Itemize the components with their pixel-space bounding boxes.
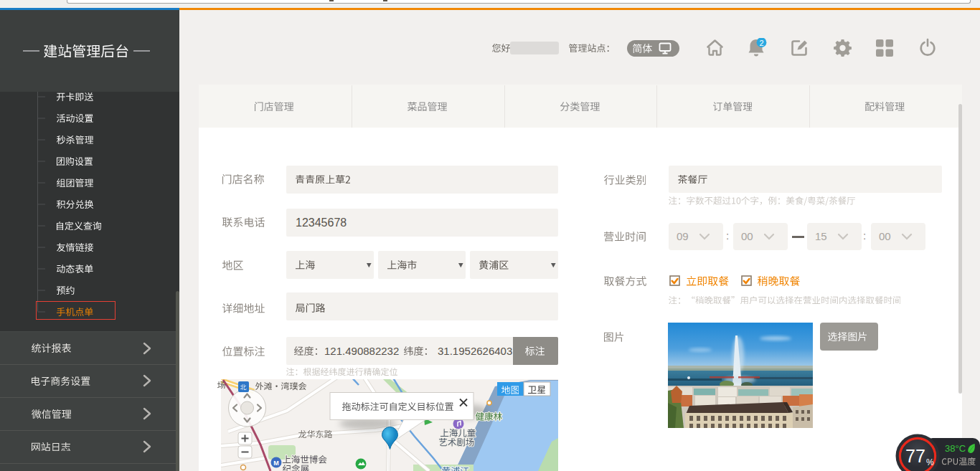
svg-text:%: % [926,457,934,467]
svg-text:77: 77 [905,446,925,466]
svg-text:2: 2 [759,39,763,47]
svg-text:M: M [273,460,279,467]
